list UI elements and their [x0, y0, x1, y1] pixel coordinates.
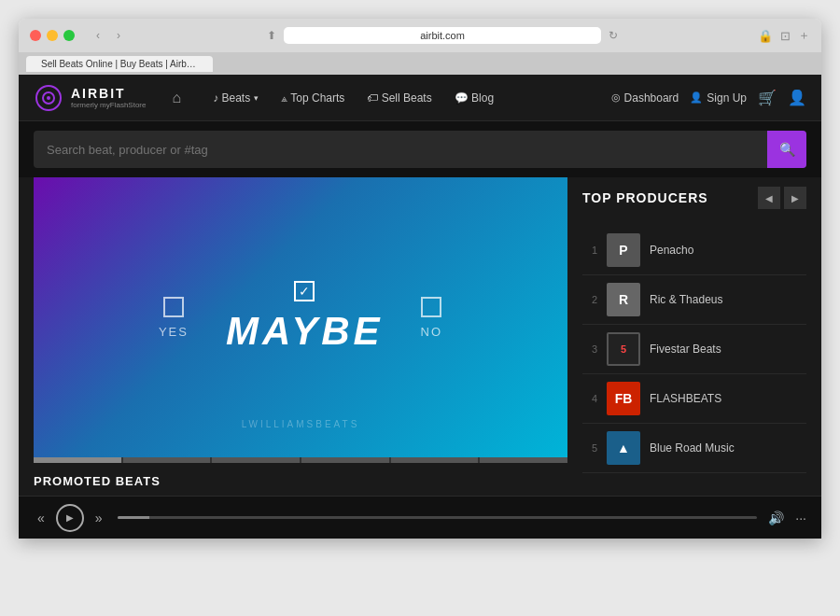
nav-signup[interactable]: 👤 Sign Up	[690, 91, 747, 105]
producer-rank-2: 2	[582, 294, 597, 305]
check-icon: ✓	[299, 284, 310, 299]
play-icon: ▶	[66, 512, 74, 523]
sidebar-title: TOP PRODUCERS	[582, 190, 758, 205]
logo[interactable]: AIRBIT formerly myFlashStore	[34, 83, 146, 113]
logo-sub: formerly myFlashStore	[71, 101, 146, 109]
progress-seg-6	[480, 457, 567, 463]
plus-icon[interactable]: ＋	[798, 27, 810, 44]
nav-links: ♪ Beats ▾ ⟁ Top Charts 🏷 Sell Beats 💬 Bl…	[203, 84, 610, 112]
user-icon: 👤	[690, 91, 703, 104]
rewind-button[interactable]: «	[34, 507, 49, 529]
producer-name-4: FLASHBEATS	[650, 392, 721, 405]
choice-maybe-wrap: ✓ MAYBE	[226, 281, 384, 354]
producer-item-4[interactable]: 4 FB FLASHBEATS	[582, 374, 806, 424]
logo-text: AIRBIT formerly myFlashStore	[71, 86, 146, 109]
sidebar-next-button[interactable]: ▶	[784, 187, 806, 209]
video-overlay: YES ✓ MAYBE NO	[34, 177, 567, 457]
main-layout: YES ✓ MAYBE NO LWILLIAMSB	[19, 177, 821, 496]
yes-checkbox	[163, 297, 184, 317]
traffic-lights	[30, 30, 75, 41]
app-content: AIRBIT formerly myFlashStore ⌂ ♪ Beats ▾…	[19, 75, 821, 539]
svg-point-2	[47, 96, 50, 100]
producer-avatar-4: FB	[607, 382, 640, 415]
video-player[interactable]: YES ✓ MAYBE NO LWILLIAMSB	[34, 177, 567, 457]
share-icon[interactable]: ⬆	[267, 29, 276, 42]
nav-beats[interactable]: ♪ Beats ▾	[203, 84, 268, 112]
producer-list: 1 P Penacho 2 R Ric & Thadeus 3 5 Fivest…	[582, 226, 806, 473]
maximize-button[interactable]	[63, 30, 75, 41]
nav-right: ◎ Dashboard 👤 Sign Up 🛒 👤	[611, 89, 806, 106]
choice-yes: YES	[159, 297, 189, 339]
more-options-icon[interactable]: ···	[795, 511, 806, 525]
producer-item-5[interactable]: 5 ▲ Blue Road Music	[582, 424, 806, 473]
player-progress-fill	[118, 516, 149, 519]
refresh-icon[interactable]: ↻	[609, 29, 618, 42]
progress-seg-5	[391, 457, 479, 463]
yes-label: YES	[159, 325, 189, 339]
progress-seg-1	[34, 457, 121, 463]
player-controls: « ▶ »	[34, 504, 106, 532]
video-watermark: LWILLIAMSBEATS	[242, 419, 360, 429]
logo-name: AIRBIT	[71, 86, 146, 101]
close-button[interactable]	[30, 30, 41, 41]
no-label: NO	[421, 325, 443, 339]
search-button[interactable]: 🔍	[767, 131, 806, 168]
producer-name-2: Ric & Thadeus	[650, 293, 723, 306]
sell-beats-label: 🏷 Sell Beats	[367, 91, 431, 105]
nav-top-charts[interactable]: ⟁ Top Charts	[272, 84, 354, 112]
back-button[interactable]: ‹	[90, 27, 106, 44]
search-icon: 🔍	[779, 142, 795, 157]
beats-label: ♪ Beats	[213, 91, 250, 105]
choice-no: NO	[421, 297, 443, 339]
active-tab[interactable]: Sell Beats Online | Buy Beats | Airbit (…	[26, 56, 213, 72]
play-button[interactable]: ▶	[56, 504, 84, 532]
search-input[interactable]	[34, 133, 767, 166]
producer-name-3: Fivestar Beats	[650, 343, 721, 356]
producer-avatar-3: 5	[607, 332, 640, 366]
dashboard-icon: ◎	[611, 91, 621, 104]
nav-blog[interactable]: 💬 Blog	[445, 84, 503, 112]
progress-seg-3	[212, 457, 300, 463]
forward-button[interactable]: ›	[110, 27, 127, 44]
producer-item-2[interactable]: 2 R Ric & Thadeus	[582, 275, 806, 325]
progress-seg-4	[301, 457, 389, 463]
home-nav-button[interactable]: ⌂	[164, 82, 189, 114]
browser-titlebar: ‹ › ⬆ airbit.com ↻ 🔒 ⊡ ＋	[19, 19, 821, 52]
cart-icon[interactable]: 🛒	[758, 89, 777, 106]
search-bar: 🔍	[19, 121, 821, 177]
address-bar[interactable]: airbit.com	[284, 27, 601, 44]
nav-bar: AIRBIT formerly myFlashStore ⌂ ♪ Beats ▾…	[19, 75, 821, 121]
producer-name-1: Penacho	[650, 244, 693, 257]
producer-item-3[interactable]: 3 5 Fivestar Beats	[582, 325, 806, 374]
video-title: MAYBE	[226, 309, 384, 354]
nav-sell-beats[interactable]: 🏷 Sell Beats	[357, 84, 441, 112]
producer-avatar-1: P	[607, 233, 640, 267]
browser-window: ‹ › ⬆ airbit.com ↻ 🔒 ⊡ ＋ Sell Beats Onli…	[19, 19, 821, 539]
no-checkbox	[421, 297, 441, 317]
profile-icon[interactable]: 👤	[788, 89, 806, 106]
signup-label: Sign Up	[707, 91, 747, 105]
dashboard-label: Dashboard	[624, 91, 679, 105]
forward-button[interactable]: »	[91, 507, 106, 529]
producer-rank-5: 5	[582, 442, 597, 454]
sidebar-header: TOP PRODUCERS ◀ ▶	[582, 177, 806, 218]
sidebar-prev-button[interactable]: ◀	[758, 187, 780, 209]
search-input-wrap: 🔍	[34, 131, 806, 168]
lock-icon: 🔒	[758, 29, 773, 43]
producer-rank-1: 1	[582, 245, 597, 256]
producer-avatar-2: R	[607, 283, 640, 316]
sidebar: TOP PRODUCERS ◀ ▶ 1 P Penacho 2 R Ric & …	[582, 177, 806, 496]
browser-toolbar-icons: 🔒 ⊡ ＋	[758, 27, 810, 44]
browser-tabbar: Sell Beats Online | Buy Beats | Airbit (…	[19, 52, 821, 75]
beats-dropdown-icon: ▾	[254, 93, 259, 103]
video-section: YES ✓ MAYBE NO LWILLIAMSB	[34, 177, 567, 496]
minimize-button[interactable]	[47, 30, 58, 41]
producer-item-1[interactable]: 1 P Penacho	[582, 226, 806, 275]
producer-avatar-5: ▲	[607, 431, 640, 465]
bookmark-icon[interactable]: ⊡	[780, 29, 791, 43]
producer-name-5: Blue Road Music	[650, 441, 735, 455]
nav-dashboard[interactable]: ◎ Dashboard	[611, 91, 679, 105]
sidebar-nav-buttons: ◀ ▶	[758, 187, 806, 209]
volume-icon[interactable]: 🔊	[768, 511, 784, 525]
player-progress-track[interactable]	[118, 516, 758, 519]
